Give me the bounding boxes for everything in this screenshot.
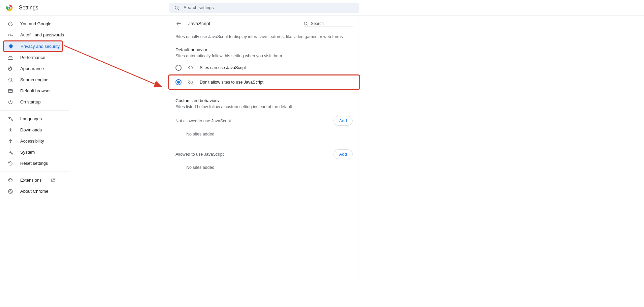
external-link-icon (51, 178, 55, 183)
sidebar-item-label: Downloads (20, 127, 42, 132)
svg-point-5 (9, 34, 10, 36)
sidebar-item-label: Performance (20, 55, 45, 60)
not-allowed-row: Not allowed to use JavaScript Add (170, 112, 358, 130)
sidebar: You and Google Autofill and passwords Pr… (0, 16, 69, 307)
code-off-icon (188, 80, 194, 85)
sidebar-item-you-and-google[interactable]: You and Google (0, 18, 68, 29)
javascript-description: Sites usually use JavaScript to display … (170, 32, 358, 44)
sidebar-item-label: Reset settings (20, 161, 48, 166)
card-header: JavaScript (170, 16, 358, 32)
search-settings-input[interactable] (184, 5, 355, 10)
svg-line-17 (307, 24, 308, 25)
sidebar-item-label: Appearance (20, 66, 44, 71)
svg-point-15 (10, 191, 11, 192)
sidebar-item-label: Languages (20, 116, 42, 121)
svg-point-9 (9, 78, 12, 81)
search-icon (303, 21, 308, 26)
sidebar-item-extensions[interactable]: Extensions (0, 175, 68, 186)
not-allowed-label: Not allowed to use JavaScript (175, 119, 231, 123)
translate-icon (7, 116, 13, 122)
svg-point-13 (10, 139, 11, 140)
page-title: Settings (19, 5, 38, 11)
add-not-allowed-button[interactable]: Add (333, 116, 353, 126)
radio-unchecked-icon (175, 65, 182, 71)
chrome-logo-icon (5, 4, 13, 12)
code-icon (188, 65, 194, 70)
key-icon (7, 32, 13, 38)
card-title: JavaScript (188, 21, 297, 26)
power-icon (7, 99, 13, 105)
radio-dont-allow-js[interactable]: Don't allow sites to use JavaScript (170, 75, 358, 89)
sidebar-item-label: Extensions (20, 178, 42, 183)
sidebar-item-appearance[interactable]: Appearance (0, 63, 68, 74)
svg-rect-11 (8, 89, 12, 92)
sidebar-item-label: About Chrome (20, 189, 49, 194)
header: Settings (0, 0, 644, 16)
allowed-row: Allowed to use JavaScript Add (170, 145, 358, 163)
accessibility-icon (7, 139, 13, 144)
sidebar-item-label: Accessibility (20, 139, 44, 144)
search-settings-box[interactable] (169, 3, 359, 13)
default-behavior-title: Default behavior (170, 44, 358, 54)
extensions-icon (7, 178, 13, 183)
shield-icon (8, 44, 14, 49)
sidebar-item-languages[interactable]: Languages (0, 113, 68, 124)
palette-icon (7, 66, 13, 71)
browser-icon (7, 88, 13, 94)
annotation-highlight-dont-allow: Don't allow sites to use JavaScript (168, 74, 360, 90)
sidebar-item-default-browser[interactable]: Default browser (0, 85, 68, 96)
sidebar-divider (0, 110, 69, 111)
svg-point-3 (175, 6, 178, 9)
sidebar-item-downloads[interactable]: Downloads (0, 124, 68, 135)
svg-point-14 (8, 189, 12, 193)
sidebar-item-on-startup[interactable]: On startup (0, 96, 68, 108)
svg-point-2 (8, 7, 10, 9)
sidebar-item-label: Privacy and security (21, 44, 60, 49)
sidebar-item-autofill[interactable]: Autofill and passwords (0, 29, 68, 40)
customized-title: Customized behaviors (170, 95, 358, 104)
sidebar-item-label: Default browser (20, 88, 51, 93)
sidebar-divider (0, 172, 69, 172)
radio-sites-can-use-js[interactable]: Sites can use JavaScript (170, 61, 358, 74)
not-allowed-empty: No sites added (170, 130, 358, 142)
svg-line-10 (11, 81, 12, 82)
card-search-input[interactable] (311, 21, 351, 26)
download-icon (7, 127, 13, 133)
sidebar-item-label: Search engine (20, 77, 49, 82)
reset-icon (7, 161, 13, 166)
card-search-box[interactable] (303, 21, 353, 27)
allowed-empty: No sites added (170, 163, 358, 175)
sidebar-item-about-chrome[interactable]: About Chrome (0, 186, 68, 197)
sidebar-item-label: System (20, 150, 35, 155)
svg-point-7 (10, 67, 10, 68)
radio-label: Don't allow sites to use JavaScript (200, 80, 263, 85)
sidebar-item-label: You and Google (20, 21, 52, 26)
gauge-icon (7, 55, 13, 60)
back-button[interactable] (175, 20, 182, 27)
sidebar-item-system[interactable]: System (0, 147, 68, 158)
wrench-icon (7, 150, 13, 155)
svg-point-6 (9, 68, 10, 68)
sidebar-item-label: Autofill and passwords (20, 32, 64, 37)
sidebar-item-label: On startup (20, 99, 41, 104)
sidebar-item-performance[interactable]: Performance (0, 52, 68, 63)
google-g-icon (7, 21, 13, 27)
svg-line-4 (178, 9, 179, 10)
svg-point-8 (11, 68, 11, 68)
main: JavaScript Sites usually use JavaScript … (69, 16, 644, 307)
settings-card: JavaScript Sites usually use JavaScript … (170, 16, 358, 285)
svg-point-16 (304, 22, 307, 25)
radio-checked-icon (175, 79, 182, 85)
sidebar-item-reset[interactable]: Reset settings (0, 158, 68, 169)
sidebar-item-search-engine[interactable]: Search engine (0, 74, 68, 85)
sidebar-item-accessibility[interactable]: Accessibility (0, 135, 68, 147)
default-behavior-subtitle: Sites automatically follow this setting … (170, 54, 358, 61)
add-allowed-button[interactable]: Add (333, 149, 353, 159)
chrome-small-icon (7, 189, 13, 194)
radio-label: Sites can use JavaScript (200, 65, 246, 70)
allowed-label: Allowed to use JavaScript (175, 152, 224, 157)
sidebar-item-privacy-security[interactable]: Privacy and security (3, 40, 63, 52)
search-icon (7, 77, 13, 83)
customized-subtitle: Sites listed below follow a custom setti… (170, 104, 358, 112)
search-icon (174, 5, 180, 10)
